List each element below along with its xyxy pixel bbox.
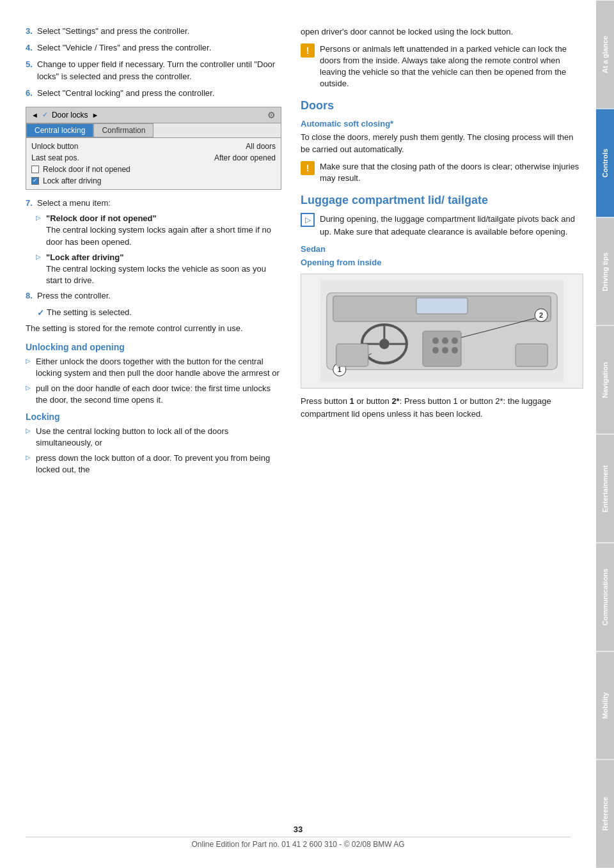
unlock-button-row: Unlock button All doors [31,141,276,152]
auto-soft-heading: Automatic soft closing* [301,119,583,128]
sidebar-tab-controls[interactable]: Controls [596,109,614,217]
unlocking-heading: Unlocking and opening [26,342,281,352]
forward-arrow-icon: ► [92,111,99,119]
relock-checkbox[interactable] [31,166,39,173]
step-5: 5. Change to upper field if necessary. T… [26,59,281,82]
locking-heading: Locking [26,412,281,422]
copyright-text: Online Edition for Part no. 01 41 2 600 … [0,840,596,849]
sidebar-tabs: At a glance Controls Driving tips Naviga… [596,0,614,868]
svg-rect-23 [516,344,547,366]
unlocking-list: ▷ Either unlock the doors together with … [26,356,281,407]
svg-point-4 [379,339,390,349]
svg-point-9 [432,337,439,344]
unlocking-item-2: ▷ pull on the door handle of each door t… [26,383,281,406]
unlocking-text-1: Either unlock the doors together with th… [36,356,281,379]
footer-divider [26,837,571,837]
locking-text-2: press down the lock button of a door. To… [36,453,281,476]
sidebar-tab-at-a-glance[interactable]: At a glance [596,0,614,109]
unlock-button-label: Unlock button [31,142,78,151]
last-seat-value: After door opened [214,153,276,162]
page-number: 33 [0,825,596,834]
lock-after-label: Lock after driving [43,176,101,185]
unlocking-text-2: pull on the door handle of each door twi… [36,383,281,406]
sidebar-tab-reference[interactable]: Reference [596,759,614,868]
svg-point-13 [442,347,448,353]
settings-icon: ⚙ [267,110,276,120]
check-text: The setting is selected. [47,307,132,318]
back-arrow-icon: ◄ [31,111,38,119]
page-footer: 33 Online Edition for Part no. 01 41 2 6… [0,825,596,849]
step-7-text: Select a menu item: [37,198,111,209]
step-6: 6. Select "Central locking" and press th… [26,88,281,99]
svg-point-14 [452,347,458,353]
sedan-heading: Sedan [301,244,583,254]
step-4: 4. Select "Vehicle / Tires" and press th… [26,42,281,54]
luggage-text: During opening, the luggage compartment … [320,213,583,238]
step-7-number: 7. [26,198,37,209]
door-locks-title-text: Door locks [52,111,88,120]
lock-button-text: open driver's door cannot be locked usin… [301,26,583,38]
luggage-icon-box: ▷ During opening, the luggage compartmen… [301,213,583,238]
svg-point-11 [452,337,458,344]
svg-text:1: 1 [338,366,342,373]
unlocking-bullet-1: ▷ [26,357,32,364]
check-result: ✓ The setting is selected. [37,307,281,318]
relock-door-row: Relock door if not opened [31,164,276,175]
svg-point-12 [432,347,439,353]
warning-box-2: ! Make sure that the closing path of the… [301,161,583,184]
check-icon: ✓ [42,111,48,119]
warning-icon-1: ! [301,43,315,58]
step-3: 3. Select "Settings" and press the contr… [26,26,281,37]
sidebar-tab-entertainment[interactable]: Entertainment [596,434,614,543]
locking-bullet-1: ▷ [26,427,32,434]
locking-bullet-2: ▷ [26,454,32,461]
svg-point-10 [442,337,448,344]
sub-item-2: ▷ "Lock after driving" The central locki… [36,252,281,287]
opening-inside-heading: Opening from inside [301,258,583,267]
step-3-number: 3. [26,26,37,37]
relock-label: Relock door if not opened [43,165,130,174]
warning-text-2: Make sure that the closing path of the d… [320,161,583,184]
setting-stored-text: The setting is stored for the remote con… [26,323,281,334]
step-8-text: Press the controller. [37,290,111,302]
sub-item-2-text: "Lock after driving" The central locking… [46,252,281,287]
door-locks-title: ◄ ✓ Door locks ► [31,111,98,120]
step-8: 8. Press the controller. [26,290,281,302]
step-7: 7. Select a menu item: [26,198,281,209]
locking-list: ▷ Use the central locking button to lock… [26,426,281,476]
step-6-text: Select "Central locking" and press the c… [37,88,214,99]
last-seat-label: Last seat pos. [31,153,79,162]
sub-item-1-text: "Relock door if not opened" The central … [46,213,281,248]
door-locks-tabs-row: Central locking Confirmation [26,123,281,138]
locking-item-2: ▷ press down the lock button of a door. … [26,453,281,476]
warning-box-1: ! Persons or animals left unattended in … [301,43,583,90]
lock-after-driving-row: Lock after driving [31,175,276,187]
checkmark-icon: ✓ [37,308,44,318]
bullet-2-icon: ▷ [36,253,42,260]
doors-heading: Doors [301,98,583,113]
sidebar-tab-mobility[interactable]: Mobility [596,651,614,760]
step-3-text: Select "Settings" and press the controll… [37,26,189,37]
svg-rect-22 [336,344,368,366]
unlocking-item-1: ▷ Either unlock the doors together with … [26,356,281,379]
step-8-number: 8. [26,290,37,302]
confirmation-tab[interactable]: Confirmation [93,123,154,137]
locking-item-1: ▷ Use the central locking button to lock… [26,426,281,449]
door-locks-ui: ◄ ✓ Door locks ► ⚙ Central locking Confi… [26,107,281,190]
unlocking-bullet-2: ▷ [26,384,32,391]
svg-text:2: 2 [539,311,543,319]
step-5-number: 5. [26,59,37,82]
step-4-text: Select "Vehicle / Tires" and press the c… [37,42,211,54]
lock-after-checkbox[interactable] [31,177,39,185]
central-locking-tab[interactable]: Central locking [26,123,93,137]
auto-soft-text: To close the doors, merely push them gen… [301,131,583,156]
sidebar-tab-communications[interactable]: Communications [596,543,614,651]
locking-text-1: Use the central locking button to lock a… [36,426,281,449]
svg-rect-15 [416,298,468,314]
car-svg: 1 2 [315,280,569,382]
luggage-heading: Luggage compartment lid/ tailgate [301,193,583,208]
last-seat-row: Last seat pos. After door opened [31,152,276,164]
sidebar-tab-driving-tips[interactable]: Driving tips [596,217,614,326]
sidebar-tab-navigation[interactable]: Navigation [596,325,614,434]
unlock-button-value: All doors [246,142,276,151]
